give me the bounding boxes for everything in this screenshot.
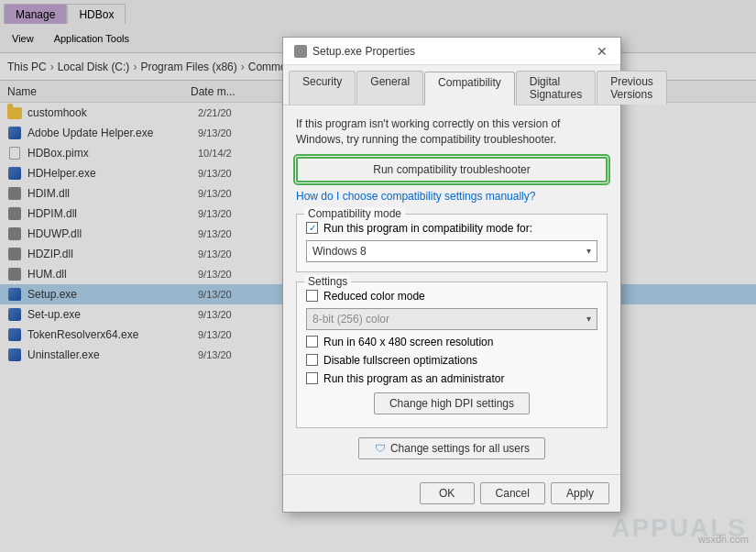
compat-mode-dropdown-value: Windows 8 bbox=[312, 245, 367, 258]
reduced-color-label: Reduced color mode bbox=[323, 290, 425, 303]
admin-row: Run this program as an administrator bbox=[306, 372, 597, 385]
fullscreen-row: Disable fullscreen optimizations bbox=[306, 354, 597, 367]
reduced-color-checkbox[interactable] bbox=[306, 290, 318, 302]
admin-label: Run this program as an administrator bbox=[323, 372, 504, 385]
tab-security[interactable]: Security bbox=[289, 71, 356, 105]
fullscreen-label: Disable fullscreen optimizations bbox=[323, 354, 477, 367]
tab-digital-signatures[interactable]: Digital Signatures bbox=[516, 71, 596, 105]
tab-compatibility[interactable]: Compatibility bbox=[424, 72, 515, 105]
compat-mode-dropdown[interactable]: Windows 8 ▾ bbox=[306, 240, 597, 262]
cancel-button[interactable]: Cancel bbox=[480, 482, 545, 504]
color-depth-dropdown[interactable]: 8-bit (256) color ▾ bbox=[306, 308, 597, 330]
dialog-title-icon bbox=[294, 45, 307, 58]
compat-mode-checkbox-row: Run this program in compatibility mode f… bbox=[306, 222, 597, 235]
tab-previous-versions[interactable]: Previous Versions bbox=[597, 71, 667, 105]
dropdown-arrow-icon: ▾ bbox=[586, 246, 591, 256]
manual-settings-link[interactable]: How do I choose compatibility settings m… bbox=[296, 190, 608, 203]
ok-button[interactable]: OK bbox=[420, 482, 475, 504]
resolution-label: Run in 640 x 480 screen resolution bbox=[323, 336, 493, 348]
shield-icon: 🛡 bbox=[374, 442, 387, 455]
admin-checkbox[interactable] bbox=[306, 372, 318, 384]
compat-mode-checkbox[interactable] bbox=[306, 222, 318, 234]
dialog-close-button[interactable]: ✕ bbox=[591, 40, 613, 62]
properties-dialog: Setup.exe Properties ✕ Security General … bbox=[282, 37, 621, 513]
change-settings-row: 🛡Change settings for all users bbox=[296, 437, 608, 459]
compat-mode-label: Compatibility mode bbox=[304, 207, 405, 220]
color-depth-value: 8-bit (256) color bbox=[312, 313, 389, 326]
dialog-intro-text: If this program isn't working correctly … bbox=[296, 116, 608, 148]
dialog-title: Setup.exe Properties bbox=[312, 45, 415, 58]
fullscreen-checkbox[interactable] bbox=[306, 354, 318, 366]
dialog-footer: OK Cancel Apply bbox=[283, 474, 620, 512]
dialog-content: If this program isn't working correctly … bbox=[283, 105, 620, 474]
settings-section: Settings Reduced color mode 8-bit (256) … bbox=[296, 282, 608, 428]
dpi-btn-row: Change high DPI settings bbox=[306, 392, 597, 414]
compat-mode-checkbox-label: Run this program in compatibility mode f… bbox=[323, 222, 532, 235]
resolution-row: Run in 640 x 480 screen resolution bbox=[306, 336, 597, 348]
compatibility-mode-section: Compatibility mode Run this program in c… bbox=[296, 214, 608, 272]
change-settings-all-users-button[interactable]: 🛡Change settings for all users bbox=[358, 437, 545, 459]
tab-general[interactable]: General bbox=[356, 71, 423, 105]
color-dropdown-arrow-icon: ▾ bbox=[586, 314, 591, 324]
settings-label: Settings bbox=[304, 275, 351, 288]
reduced-color-row: Reduced color mode bbox=[306, 290, 597, 303]
apply-button[interactable]: Apply bbox=[551, 482, 609, 504]
resolution-checkbox[interactable] bbox=[306, 336, 318, 348]
run-troubleshooter-button[interactable]: Run compatibility troubleshooter bbox=[296, 157, 608, 182]
dialog-tabs: Security General Compatibility Digital S… bbox=[283, 65, 620, 105]
change-dpi-button[interactable]: Change high DPI settings bbox=[374, 392, 530, 414]
dialog-titlebar: Setup.exe Properties ✕ bbox=[283, 38, 620, 65]
